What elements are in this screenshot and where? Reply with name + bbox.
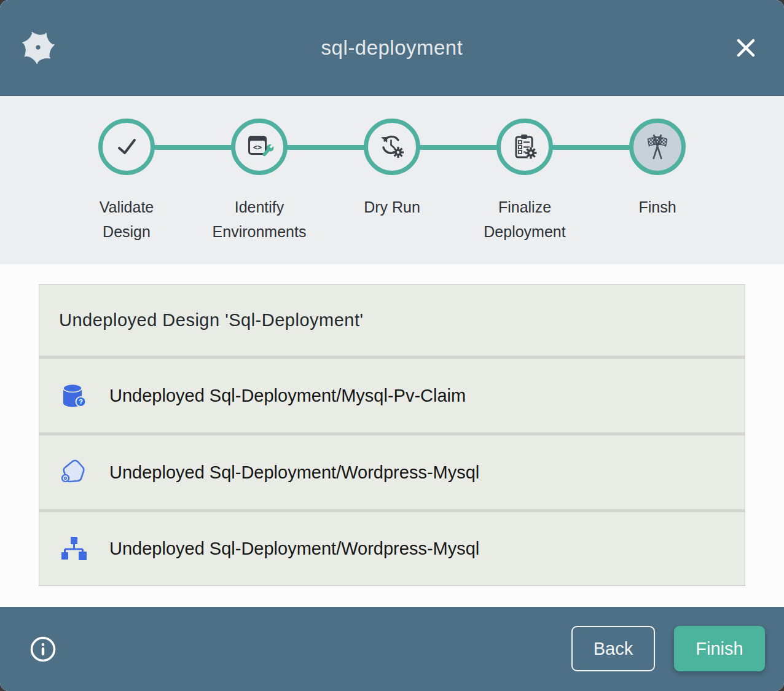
close-icon [734,36,758,60]
finish-button[interactable]: Finish [674,626,765,671]
step-validate-design: Validate Design [60,96,193,244]
checkered-flags-icon [642,131,673,162]
step-label: Identify Environments [213,195,307,244]
status-text: Undeployed Design 'Sql-Deployment' [59,310,364,330]
step-label: Finalize Deployment [484,195,565,244]
list-item-mysql-pv-claim: ? Undeployed Sql-Deployment/Mysql-Pv-Cla… [39,359,745,432]
svg-text:<>: <> [253,143,262,152]
step-circle-validate-design[interactable] [98,119,155,175]
deployment-status-list: Undeployed Design 'Sql-Deployment' ? Und… [39,284,745,586]
step-circle-finalize-deployment[interactable] [496,119,553,175]
check-icon [112,132,141,162]
status-text: Undeployed Sql-Deployment/Wordpress-Mysq… [109,463,479,483]
info-icon [29,635,57,663]
list-item-wordpress-mysql-deployment: Undeployed Sql-Deployment/Wordpress-Mysq… [39,512,745,585]
status-text: Undeployed Sql-Deployment/Wordpress-Mysq… [109,539,479,559]
step-label: Validate Design [100,195,154,244]
close-button[interactable] [732,34,759,61]
wizard-stepper: Validate Design <> Id [0,96,784,264]
status-text: Undeployed Sql-Deployment/Mysql-Pv-Claim [109,386,466,406]
tree-hierarchy-icon [59,534,88,564]
sync-gear-icon [377,132,407,162]
dialog-title: sql-deployment [0,36,784,60]
step-finish: Finsh [591,96,724,244]
info-button[interactable] [29,635,57,663]
step-identify-environments: <> Identify Environments [193,96,326,244]
svg-text:?: ? [79,398,83,405]
back-button[interactable]: Back [571,626,655,671]
step-circle-identify-environments[interactable]: <> [231,119,288,175]
list-item-design: Undeployed Design 'Sql-Deployment' [39,285,745,356]
step-circle-dry-run[interactable] [364,119,420,175]
step-circle-finish[interactable] [629,119,686,175]
status-content-area: Undeployed Design 'Sql-Deployment' ? Und… [0,264,784,607]
code-wrench-icon: <> [245,132,274,162]
dialog-footer: Back Finish [0,607,784,691]
step-label: Finsh [638,195,676,219]
step-label: Dry Run [364,195,420,219]
step-finalize-deployment: Finalize Deployment [458,96,591,244]
step-dry-run: Dry Run [326,96,458,244]
pentagon-badge-icon [59,458,88,487]
dialog-header: sql-deployment [0,0,784,96]
sql-deployment-wizard-dialog: sql-deployment Validate Design [0,0,784,691]
clipboard-gear-icon [510,132,539,162]
list-item-wordpress-mysql-service: Undeployed Sql-Deployment/Wordpress-Mysq… [39,435,745,509]
database-question-icon: ? [59,381,88,410]
